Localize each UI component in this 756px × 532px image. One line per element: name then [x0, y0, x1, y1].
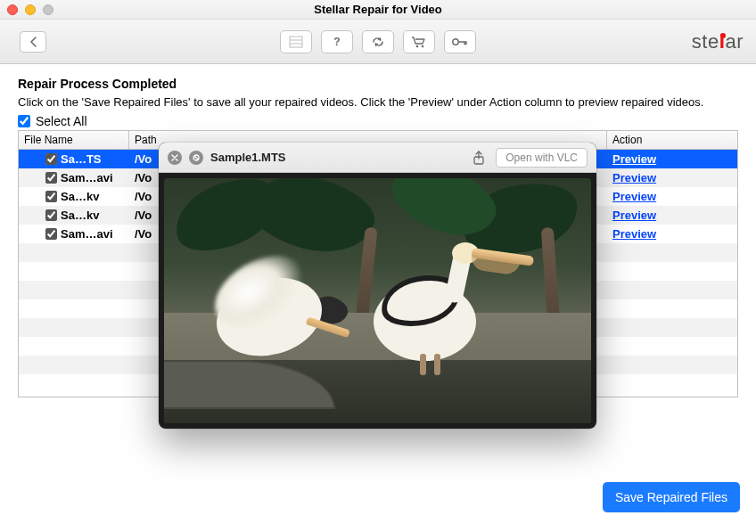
page-heading: Repair Process Completed	[18, 77, 738, 91]
help-icon: ?	[331, 36, 343, 48]
preview-video-frame[interactable]	[164, 178, 591, 423]
refresh-icon	[371, 36, 385, 48]
pelican-left	[207, 252, 341, 368]
preview-body	[159, 173, 596, 429]
row-checkbox[interactable]	[45, 228, 57, 240]
refresh-button[interactable]	[362, 30, 394, 53]
svg-text:?: ?	[333, 36, 340, 48]
svg-line-8	[194, 155, 198, 159]
svg-point-5	[422, 45, 424, 47]
row-checkbox[interactable]	[45, 191, 57, 202]
back-button[interactable]	[20, 31, 46, 53]
cart-button[interactable]	[403, 30, 435, 53]
svg-rect-0	[290, 37, 302, 47]
select-all-row[interactable]: Select All	[18, 114, 738, 128]
row-checkbox[interactable]	[45, 209, 57, 221]
cell-action: Preview	[607, 171, 737, 184]
row-checkbox[interactable]	[45, 153, 57, 165]
cell-action: Preview	[607, 209, 737, 222]
preview-link[interactable]: Preview	[612, 209, 656, 222]
preview-close-button[interactable]	[168, 151, 182, 165]
list-view-button[interactable]	[280, 30, 312, 53]
preview-expand-button[interactable]	[189, 151, 203, 165]
page-subtext: Click on the 'Save Repaired Files' to sa…	[18, 94, 738, 110]
save-repaired-files-button[interactable]: Save Repaired Files	[603, 482, 740, 512]
expand-icon	[193, 154, 200, 161]
preview-header: Sample1.MTS Open with VLC	[159, 143, 596, 173]
preview-filename: Sample1.MTS	[210, 151, 462, 164]
file-name-text: Sam…avi	[61, 171, 113, 184]
file-name-text: Sa…TS	[61, 152, 102, 166]
cell-file: Sam…avi	[19, 171, 129, 184]
list-icon	[289, 36, 303, 48]
cell-file: Sa…TS	[19, 152, 129, 166]
svg-point-6	[453, 38, 458, 44]
cart-icon	[411, 36, 427, 48]
cell-file: Sa…kv	[19, 209, 129, 222]
activate-button[interactable]	[444, 30, 476, 53]
col-action[interactable]: Action	[607, 131, 737, 149]
open-with-vlc-button[interactable]: Open with VLC	[496, 148, 588, 168]
file-name-text: Sam…avi	[61, 227, 113, 241]
zoom-window-button[interactable]	[43, 4, 53, 15]
cell-action: Preview	[607, 227, 737, 241]
preview-popup: Sample1.MTS Open with VLC	[159, 143, 596, 429]
toolbar: ? stellar	[0, 20, 756, 64]
select-all-checkbox[interactable]	[18, 115, 30, 127]
preview-link[interactable]: Preview	[612, 190, 656, 203]
preview-link[interactable]: Preview	[612, 152, 656, 166]
select-all-label: Select All	[36, 114, 87, 128]
preview-link[interactable]: Preview	[612, 227, 656, 241]
window-controls	[7, 4, 53, 15]
key-icon	[451, 36, 469, 48]
col-file-name[interactable]: File Name	[19, 131, 129, 149]
close-icon	[171, 154, 178, 161]
preview-link[interactable]: Preview	[612, 171, 656, 184]
close-window-button[interactable]	[7, 4, 18, 15]
preview-share-button[interactable]	[469, 148, 489, 168]
file-name-text: Sa…kv	[61, 190, 99, 203]
help-button[interactable]: ?	[321, 30, 353, 53]
pelican-right	[365, 242, 507, 376]
brand-logo: stellar	[692, 30, 744, 53]
cell-file: Sam…avi	[19, 227, 129, 241]
chevron-left-icon	[29, 37, 37, 47]
cell-file: Sa…kv	[19, 190, 129, 203]
window-titlebar: Stellar Repair for Video	[0, 0, 756, 20]
toolbar-center-group: ?	[280, 30, 476, 53]
cell-action: Preview	[607, 152, 737, 166]
file-name-text: Sa…kv	[61, 209, 99, 222]
share-icon	[472, 151, 485, 165]
cell-action: Preview	[607, 190, 737, 203]
window-title: Stellar Repair for Video	[314, 3, 442, 16]
svg-point-4	[416, 45, 419, 47]
row-checkbox[interactable]	[45, 172, 57, 184]
minimize-window-button[interactable]	[25, 4, 36, 15]
